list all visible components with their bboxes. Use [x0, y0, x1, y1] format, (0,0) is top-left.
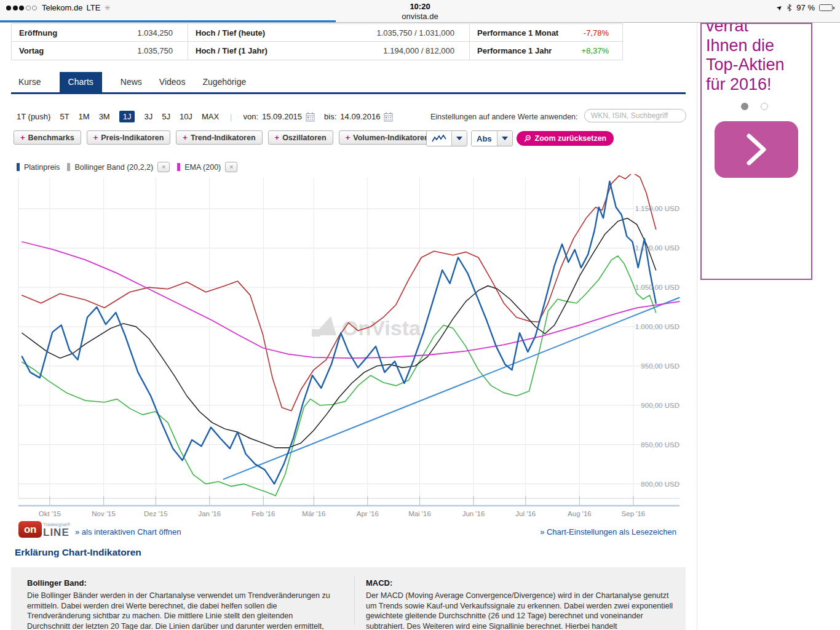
carousel-dot[interactable] — [761, 103, 768, 110]
clock: 10:20 — [0, 2, 840, 11]
advertisement[interactable]: verrät Ihnen die Top-Aktien für 2016! — [700, 23, 812, 280]
explanation-col-bollinger: Bollinger Band: Die Bollinger Bänder wer… — [27, 578, 338, 630]
tab-zugehoerige[interactable]: Zugehörige — [194, 72, 255, 92]
x-tick-label: Nov '15 — [92, 510, 116, 517]
remove-bollinger-button[interactable]: × — [157, 162, 170, 172]
date-to-label: bis: — [324, 112, 336, 121]
x-axis: Okt '15Nov '15Dez '15Jan '16Feb '16Mär '… — [18, 496, 680, 517]
legend-item-ema: EMA (200) × — [177, 162, 237, 172]
chart-controls: Abs Zoom zurücksetzen — [426, 130, 614, 146]
separator: | — [230, 112, 232, 121]
scale-splitbutton: Abs — [471, 130, 513, 146]
quote-label: Eröffnung — [12, 24, 98, 42]
open-interactive-chart-link[interactable]: » als interaktiven Chart öffnen — [75, 527, 181, 536]
series-color-chip — [17, 163, 20, 171]
tab-underline — [11, 92, 686, 94]
series-EMA (200) — [22, 242, 680, 358]
quote-label: Vortag — [12, 42, 98, 60]
date-from-field: von: 15.09.2015 — [243, 112, 315, 122]
add-benchmarks-button[interactable]: +Benchmarks — [14, 130, 81, 145]
x-tick-label: Jul '16 — [515, 510, 536, 517]
add-oszillatoren-button[interactable]: +Oszillatoren — [268, 130, 333, 145]
date-from-value[interactable]: 15.09.2015 — [262, 112, 302, 121]
explanation-title: MACD: — [366, 578, 673, 588]
tab-charts[interactable]: Charts — [60, 72, 102, 92]
y-tick-label: 1.100,00 USD — [635, 244, 680, 252]
zoom-reset-button[interactable]: Zoom zurücksetzen — [517, 131, 614, 146]
series-Bollinger Band oben — [22, 174, 656, 411]
series-Bollinger Band unten — [22, 256, 656, 496]
quote-value: 1.035,750 — [98, 42, 188, 60]
add-trend-indikatoren-button[interactable]: +Trend-Indikatoren — [176, 130, 262, 145]
chart-type-button[interactable] — [427, 131, 451, 146]
explanation-col-macd: MACD: Der MACD (Moving Average Convergen… — [366, 578, 673, 630]
explanation-heading: Erklärung Chart-Indikatoren — [15, 547, 141, 558]
logo-brand-label: Tradesignal® — [43, 522, 70, 527]
ad-next-button[interactable] — [715, 121, 798, 178]
explanation-title: Bollinger Band: — [27, 578, 338, 588]
tab-videos[interactable]: Videos — [151, 72, 194, 92]
bluetooth-icon — [787, 4, 792, 12]
chart-settings-bookmark-link[interactable]: » Chart-Einstellungen als Lesezeichen — [540, 527, 676, 536]
legend-item-bollinger: Bollinger Band (20,2,2) × — [67, 162, 170, 172]
remove-ema-button[interactable]: × — [225, 162, 237, 172]
date-to-field: bis: 14.09.2016 — [324, 112, 393, 122]
plus-icon: + — [20, 133, 25, 142]
add-preis-indikatoren-button[interactable]: +Preis-Indikatoren — [87, 130, 171, 145]
ad-headline: verrät Ihnen die Top-Aktien für 2016! — [706, 23, 811, 94]
series-Bollinger Band Mitte (SMA 20) — [22, 218, 656, 448]
y-tick-label: 800,00 USD — [641, 480, 680, 488]
calendar-icon[interactable] — [306, 112, 315, 122]
carousel-dots — [741, 103, 768, 110]
price-chart[interactable]: OnVistaOkt '15Nov '15Dez '15Jan '16Feb '… — [11, 174, 687, 522]
chart-type-splitbutton — [426, 130, 467, 146]
quote-label: Performance 1 Monat — [470, 24, 568, 42]
range-3m[interactable]: 3M — [99, 112, 110, 121]
quote-value: 1.035,750 / 1.031,000 — [333, 24, 470, 42]
apply-settings-label: Einstellungen auf andere Werte anwenden: — [430, 113, 578, 121]
explanation-text: Die Bollinger Bänder werden in der Chart… — [27, 591, 338, 630]
tradesignal-online-logo[interactable]: on Tradesignal® LINE — [18, 521, 70, 538]
quote-value: 1.194,000 / 812,000 — [333, 42, 470, 60]
carousel-dot-active[interactable] — [741, 103, 748, 110]
y-axis-labels: 1.150,00 USD1.100,00 USD1.050,00 USD1.00… — [635, 205, 680, 487]
status-bar: Telekom.de LTE ✳ 10:20 ➤ 97 % onvista.de — [0, 0, 840, 23]
x-tick-label: Feb '16 — [252, 510, 275, 517]
y-tick-label: 900,00 USD — [641, 402, 680, 409]
x-tick-label: Aug '16 — [568, 510, 592, 517]
page-load-progress-bar — [0, 20, 336, 22]
x-tick-label: Dez '15 — [144, 510, 168, 517]
column-divider — [354, 576, 355, 625]
tab-news[interactable]: News — [112, 72, 151, 92]
x-tick-label: Apr '16 — [357, 510, 379, 517]
line-chart-icon — [432, 134, 446, 143]
content-divider — [697, 23, 697, 630]
y-tick-label: 1.150,00 USD — [635, 205, 680, 212]
range-5j[interactable]: 5J — [162, 112, 170, 121]
range-1t[interactable]: 1T (push) — [17, 112, 50, 121]
plus-icon: + — [275, 133, 280, 142]
tab-kurse[interactable]: Kurse — [11, 72, 50, 92]
quote-table: Eröffnung 1.034,250 Hoch / Tief (heute) … — [11, 23, 623, 60]
plus-icon: + — [183, 133, 188, 142]
range-max[interactable]: MAX — [202, 112, 219, 121]
legend-item-platinpreis: Platinpreis — [17, 163, 60, 172]
add-volumen-indikatoren-button[interactable]: +Volumen-Indikatoren — [339, 130, 436, 145]
scale-abs-button[interactable]: Abs — [472, 131, 497, 146]
scale-dropdown-button[interactable] — [497, 131, 512, 146]
range-5t[interactable]: 5T — [60, 112, 69, 121]
quote-label: Hoch / Tief (1 Jahr) — [188, 42, 333, 60]
range-10j[interactable]: 10J — [180, 112, 192, 121]
plus-icon: + — [93, 133, 98, 142]
browser-url-title[interactable]: onvista.de — [0, 12, 840, 21]
range-1m[interactable]: 1M — [79, 112, 90, 121]
chart-type-dropdown-button[interactable] — [451, 131, 467, 146]
quote-value: 1.034,250 — [98, 24, 188, 42]
date-to-value[interactable]: 14.09.2016 — [340, 112, 380, 121]
search-input[interactable] — [584, 109, 686, 122]
range-1j[interactable]: 1J — [119, 111, 135, 122]
magnifier-icon — [524, 135, 531, 142]
range-3j[interactable]: 3J — [144, 112, 153, 121]
x-tick-label: Jun '16 — [462, 510, 485, 517]
calendar-icon[interactable] — [384, 112, 393, 122]
